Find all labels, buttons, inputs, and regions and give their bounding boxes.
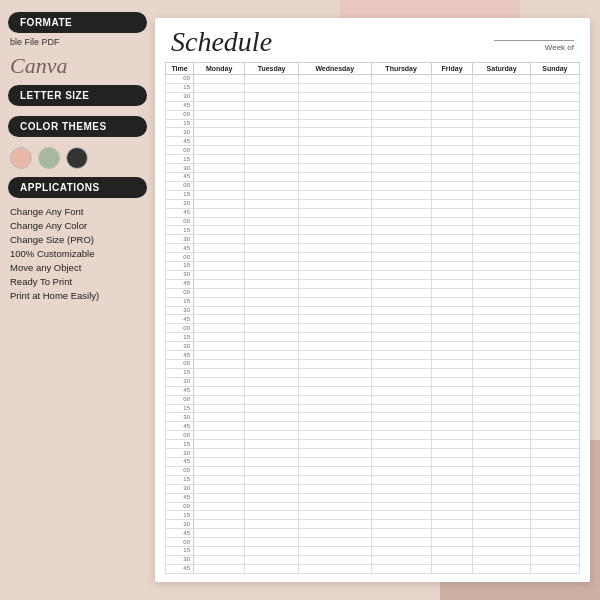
schedule-cell[interactable] bbox=[371, 466, 431, 475]
schedule-cell[interactable] bbox=[473, 244, 530, 253]
schedule-cell[interactable] bbox=[530, 457, 579, 466]
schedule-cell[interactable] bbox=[530, 164, 579, 173]
schedule-cell[interactable] bbox=[431, 101, 473, 110]
schedule-cell[interactable] bbox=[298, 128, 371, 137]
schedule-cell[interactable] bbox=[194, 92, 245, 101]
schedule-cell[interactable] bbox=[431, 262, 473, 271]
schedule-cell[interactable] bbox=[431, 484, 473, 493]
schedule-cell[interactable] bbox=[431, 288, 473, 297]
schedule-cell[interactable] bbox=[530, 306, 579, 315]
schedule-cell[interactable] bbox=[298, 502, 371, 511]
schedule-cell[interactable] bbox=[431, 190, 473, 199]
schedule-cell[interactable] bbox=[371, 324, 431, 333]
schedule-cell[interactable] bbox=[245, 306, 299, 315]
schedule-cell[interactable] bbox=[245, 529, 299, 538]
schedule-cell[interactable] bbox=[530, 342, 579, 351]
schedule-cell[interactable] bbox=[298, 457, 371, 466]
schedule-cell[interactable] bbox=[431, 475, 473, 484]
schedule-cell[interactable] bbox=[473, 297, 530, 306]
schedule-cell[interactable] bbox=[371, 83, 431, 92]
schedule-cell[interactable] bbox=[245, 75, 299, 84]
schedule-cell[interactable] bbox=[245, 128, 299, 137]
schedule-cell[interactable] bbox=[530, 279, 579, 288]
schedule-cell[interactable] bbox=[473, 164, 530, 173]
schedule-cell[interactable] bbox=[530, 172, 579, 181]
schedule-cell[interactable] bbox=[473, 377, 530, 386]
schedule-cell[interactable] bbox=[431, 351, 473, 360]
schedule-cell[interactable] bbox=[245, 101, 299, 110]
schedule-cell[interactable] bbox=[194, 208, 245, 217]
schedule-cell[interactable] bbox=[194, 137, 245, 146]
schedule-cell[interactable] bbox=[371, 101, 431, 110]
schedule-cell[interactable] bbox=[473, 529, 530, 538]
schedule-cell[interactable] bbox=[431, 235, 473, 244]
schedule-cell[interactable] bbox=[371, 449, 431, 458]
schedule-cell[interactable] bbox=[530, 146, 579, 155]
schedule-cell[interactable] bbox=[431, 342, 473, 351]
schedule-cell[interactable] bbox=[371, 190, 431, 199]
schedule-cell[interactable] bbox=[245, 404, 299, 413]
schedule-cell[interactable] bbox=[431, 360, 473, 369]
schedule-cell[interactable] bbox=[473, 333, 530, 342]
schedule-cell[interactable] bbox=[194, 306, 245, 315]
schedule-cell[interactable] bbox=[473, 351, 530, 360]
schedule-cell[interactable] bbox=[431, 155, 473, 164]
schedule-cell[interactable] bbox=[245, 511, 299, 520]
schedule-cell[interactable] bbox=[298, 119, 371, 128]
schedule-cell[interactable] bbox=[530, 360, 579, 369]
schedule-cell[interactable] bbox=[530, 413, 579, 422]
schedule-cell[interactable] bbox=[530, 377, 579, 386]
schedule-cell[interactable] bbox=[194, 440, 245, 449]
schedule-cell[interactable] bbox=[194, 101, 245, 110]
schedule-cell[interactable] bbox=[245, 244, 299, 253]
schedule-cell[interactable] bbox=[371, 270, 431, 279]
schedule-cell[interactable] bbox=[298, 368, 371, 377]
schedule-cell[interactable] bbox=[473, 431, 530, 440]
schedule-cell[interactable] bbox=[194, 164, 245, 173]
schedule-cell[interactable] bbox=[298, 529, 371, 538]
schedule-cell[interactable] bbox=[431, 119, 473, 128]
schedule-cell[interactable] bbox=[371, 306, 431, 315]
schedule-cell[interactable] bbox=[245, 484, 299, 493]
schedule-cell[interactable] bbox=[431, 146, 473, 155]
schedule-cell[interactable] bbox=[371, 92, 431, 101]
schedule-cell[interactable] bbox=[371, 431, 431, 440]
schedule-cell[interactable] bbox=[371, 253, 431, 262]
schedule-cell[interactable] bbox=[371, 386, 431, 395]
schedule-cell[interactable] bbox=[530, 75, 579, 84]
schedule-cell[interactable] bbox=[194, 181, 245, 190]
schedule-cell[interactable] bbox=[245, 155, 299, 164]
schedule-cell[interactable] bbox=[431, 333, 473, 342]
schedule-cell[interactable] bbox=[431, 377, 473, 386]
schedule-cell[interactable] bbox=[298, 270, 371, 279]
schedule-cell[interactable] bbox=[530, 449, 579, 458]
schedule-cell[interactable] bbox=[530, 155, 579, 164]
schedule-cell[interactable] bbox=[431, 395, 473, 404]
schedule-cell[interactable] bbox=[530, 333, 579, 342]
schedule-cell[interactable] bbox=[245, 475, 299, 484]
schedule-cell[interactable] bbox=[194, 368, 245, 377]
schedule-cell[interactable] bbox=[473, 262, 530, 271]
schedule-cell[interactable] bbox=[298, 253, 371, 262]
schedule-cell[interactable] bbox=[431, 164, 473, 173]
schedule-cell[interactable] bbox=[530, 404, 579, 413]
schedule-cell[interactable] bbox=[245, 297, 299, 306]
schedule-cell[interactable] bbox=[431, 529, 473, 538]
schedule-cell[interactable] bbox=[194, 333, 245, 342]
schedule-cell[interactable] bbox=[530, 119, 579, 128]
schedule-cell[interactable] bbox=[194, 155, 245, 164]
schedule-cell[interactable] bbox=[371, 422, 431, 431]
schedule-cell[interactable] bbox=[431, 172, 473, 181]
schedule-cell[interactable] bbox=[371, 377, 431, 386]
schedule-cell[interactable] bbox=[473, 226, 530, 235]
schedule-cell[interactable] bbox=[298, 190, 371, 199]
schedule-cell[interactable] bbox=[245, 119, 299, 128]
schedule-cell[interactable] bbox=[431, 413, 473, 422]
schedule-cell[interactable] bbox=[194, 324, 245, 333]
schedule-cell[interactable] bbox=[194, 395, 245, 404]
schedule-cell[interactable] bbox=[298, 395, 371, 404]
schedule-cell[interactable] bbox=[371, 297, 431, 306]
schedule-cell[interactable] bbox=[530, 422, 579, 431]
schedule-cell[interactable] bbox=[194, 315, 245, 324]
schedule-cell[interactable] bbox=[530, 137, 579, 146]
